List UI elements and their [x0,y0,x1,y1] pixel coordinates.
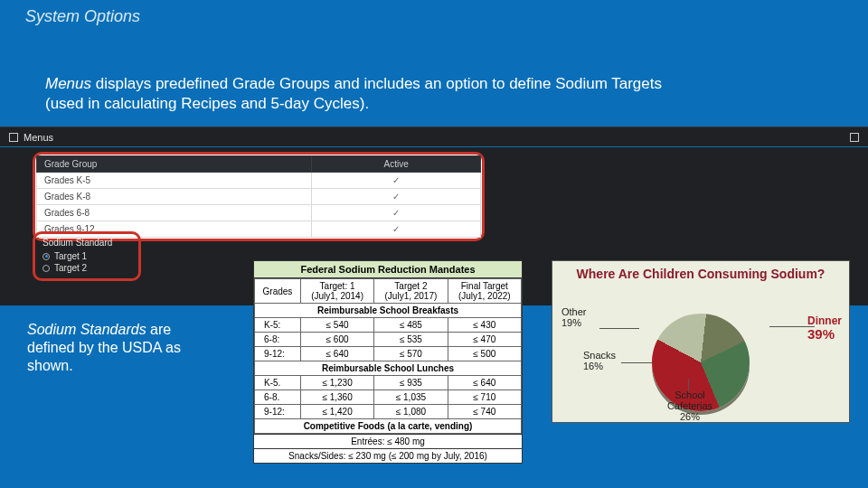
col-grade-group: Grade Group [37,156,312,173]
mandate-footer-2: Snacks/Sides: ≤ 230 mg (≤ 200 mg by July… [254,448,522,463]
pie-label-school: School Cafeterias26% [654,389,726,422]
radio-icon [42,253,50,260]
app-title: Menus [24,132,53,143]
mandate-footer-1: Entrées: ≤ 480 mg [254,434,522,448]
pie-label-dinner: Dinner39% [807,315,842,343]
table-row[interactable]: Grades K-8 ✓ [37,189,481,205]
grade-group-table: Grade Group Active Grades K-5 ✓ Grades K… [36,155,481,238]
active-check[interactable]: ✓ [312,205,481,221]
mandate-title: Federal Sodium Reduction Mandates [254,261,522,278]
pie-chart-box: Where Are Children Consuming Sodium? Din… [552,260,850,423]
radio-icon [42,265,50,272]
active-check[interactable]: ✓ [312,221,481,238]
mandate-table: Grades Target: 1(July1, 2014) Target 2(J… [254,278,522,434]
radio-target-2[interactable]: Target 2 [42,263,131,273]
col-active: Active [312,156,481,173]
grade-group-callout: Grade Group Active Grades K-5 ✓ Grades K… [33,152,485,241]
pie-label-other: Other19% [561,306,587,328]
intro-rest: displays predefined Grade Groups and inc… [45,75,662,112]
caption-lead: Sodium Standards [27,322,146,337]
pie-title: Where Are Children Consuming Sodium? [552,261,849,281]
caption-text: Sodium Standards are defined by the USDA… [27,321,217,375]
intro-text: Menus displays predefined Grade Groups a… [45,74,696,114]
radio-target-1[interactable]: Target 1 [42,251,131,261]
sodium-standard-label: Sodium Standard [42,238,131,248]
pie-label-snacks: Snacks16% [583,350,616,371]
active-check[interactable]: ✓ [312,189,481,205]
app-header: Menus [0,127,868,147]
mandate-table-box: Federal Sodium Reduction Mandates Grades… [253,260,523,464]
active-check[interactable]: ✓ [312,173,481,189]
menu-icon [9,133,18,142]
table-row[interactable]: Grades 6-8 ✓ [37,205,481,221]
collapse-icon[interactable] [850,133,859,142]
sodium-standard-callout: Sodium Standard Target 1 Target 2 [33,231,141,281]
slide-title: System Options [25,7,140,26]
table-row[interactable]: Grades K-5 ✓ [37,173,481,189]
intro-lead: Menus [45,75,91,92]
